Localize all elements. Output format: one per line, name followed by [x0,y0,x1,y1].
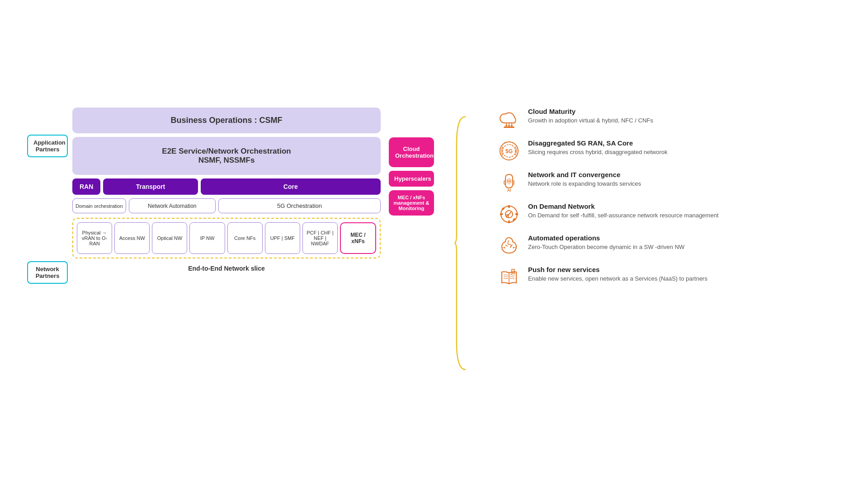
mec-xnfs-bottom-item: MEC / xNFs [340,222,376,254]
features-list: Cloud Maturity Growth in adoption virtua… [497,108,841,289]
feature-5g-text: Disaggregated 5G RAN, SA Core Slicing re… [528,139,668,156]
connector-brace [452,108,470,380]
feature-network-it-desc: Network role is expanding towards servic… [528,180,641,188]
feature-cloud-maturity-text: Cloud Maturity Growth in adoption virtua… [528,108,653,125]
domain-orch-box: Domain orchestration [72,198,126,213]
svg-rect-24 [512,218,515,221]
right-panel: Cloud Maturity Growth in adoption virtua… [488,108,841,289]
network-row: Physical → vRAN to O-RAN Access NW Optic… [72,218,381,258]
brain-icon [497,234,521,258]
pcf-chf-item: PCF | CHF | NEF | NWDAF [302,222,338,254]
svg-point-1 [508,125,510,127]
ip-nw-item: IP NW [189,222,225,254]
svg-rect-19 [508,205,510,208]
svg-line-31 [504,275,508,275]
net-auto-text: Network Automation [148,203,196,209]
feature-network-it-title: Network and IT convergence [528,171,641,178]
feature-on-demand-text: On Demand Network On Demand for self -fu… [528,202,718,220]
domain-row: Domain orchestration Network Automation … [72,198,381,213]
svg-text:AI: AI [507,188,511,192]
diagram-main: Business Operations : CSMF E2E Service/N… [72,108,381,284]
diagram-section: Application Partners Network Partners Bu… [27,108,434,284]
e2e-line2: NSMF, NSSMFs [81,156,372,165]
feature-on-demand: On Demand Network On Demand for self -fu… [497,202,841,226]
feature-cloud-maturity: Cloud Maturity Growth in adoption virtua… [497,108,841,131]
ai-icon: AI [497,171,521,194]
e2e-orch-box: E2E Service/Network Orchestration NSMF, … [72,137,381,175]
optical-nw-item: Optical NW [152,222,187,254]
mec-mgmt-box: MEC / xNFs management & Monitoring [389,190,434,216]
business-ops-box: Business Operations : CSMF [72,108,381,133]
svg-rect-15 [504,181,505,184]
core-box: Core [201,178,381,195]
feature-5g-title: Disaggregated 5G RAN, SA Core [528,139,668,147]
feature-disaggregated-5g: 5G Disaggregated 5G RAN, SA Core Slicing… [497,139,841,163]
svg-point-2 [511,125,513,127]
gear-icon [497,202,521,226]
svg-line-32 [504,277,508,277]
upf-smf-item: UPF | SMF [265,222,300,254]
app-partners-label: Application Partners [27,135,68,157]
ran-row: RAN Transport Core [72,178,381,195]
feature-cloud-maturity-desc: Growth in adoption virtual & hybrid, NFC… [528,117,653,125]
access-nw-item: Access NW [114,222,150,254]
network-automation-box: Network Automation [129,198,216,213]
hyperscalers-box: Hyperscalers [389,171,434,187]
cloud-maturity-icon [497,108,521,131]
feature-new-services: Push for new services Enable new service… [497,266,841,289]
svg-line-33 [504,278,508,279]
physical-vran-item: Physical → vRAN to O-RAN [77,222,112,254]
svg-rect-22 [515,213,518,215]
feature-network-it-text: Network and IT convergence Network role … [528,171,641,188]
ran-box: RAN [72,178,100,195]
feature-automated-ops-text: Automated operations Zero-Touch Operatio… [528,234,684,251]
core-nfs-item: Core NFs [227,222,263,254]
feature-5g-desc: Slicing requires cross hybrid, disaggreg… [528,148,668,156]
feature-on-demand-title: On Demand Network [528,202,718,210]
e2e-line1: E2E Service/Network Orchestration [81,147,372,156]
5g-orch-box: 5G Orchestration [218,198,381,213]
feature-new-services-text: Push for new services Enable new service… [528,266,708,283]
e2e-slice-label: End-to-End Network slice [72,265,381,272]
svg-point-0 [505,125,507,127]
book-icon [497,266,521,289]
svg-line-35 [510,277,514,277]
feature-on-demand-desc: On Demand for self -fulfill, self-assura… [528,211,718,220]
svg-text:5G: 5G [505,148,513,155]
transport-box: Transport [103,178,198,195]
svg-rect-16 [513,181,514,184]
left-labels: Application Partners Network Partners [27,108,68,284]
svg-rect-6 [504,127,514,128]
feature-new-services-title: Push for new services [528,266,708,273]
network-partners-label: Network Partners [27,261,68,284]
5g-icon: 5G [497,139,521,163]
feature-network-it: AI Network and IT convergence Network ro… [497,171,841,194]
feature-cloud-maturity-title: Cloud Maturity [528,108,653,115]
svg-line-34 [510,275,514,275]
feature-automated-ops-desc: Zero-Touch Operation become dynamic in a… [528,243,684,251]
svg-rect-20 [508,221,510,223]
feature-new-services-desc: Enable new services, open network as a S… [528,275,708,283]
svg-line-36 [510,278,514,279]
cloud-orch-box: Cloud Orchestration [389,137,434,167]
feature-automated-ops: Automated operations Zero-Touch Operatio… [497,234,841,258]
feature-automated-ops-title: Automated operations [528,234,684,242]
right-boxes: Cloud Orchestration Hyperscalers MEC / x… [389,108,434,284]
main-container: Application Partners Network Partners Bu… [27,89,841,399]
svg-rect-21 [500,213,503,215]
